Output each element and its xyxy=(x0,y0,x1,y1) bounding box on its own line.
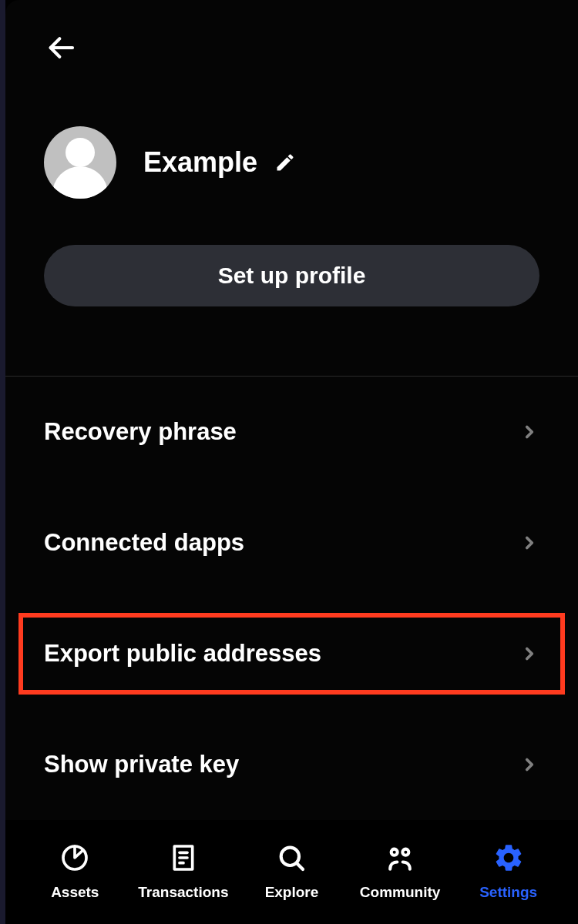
svg-point-8 xyxy=(391,849,398,855)
nav-item-explore[interactable]: Explore xyxy=(237,841,346,901)
setup-profile-button[interactable]: Set up profile xyxy=(44,245,539,306)
avatar[interactable] xyxy=(44,126,116,199)
back-button[interactable] xyxy=(44,31,78,65)
chevron-right-icon xyxy=(519,422,539,442)
avatar-body xyxy=(52,166,108,199)
settings-item-connected-dapps[interactable]: Connected dapps xyxy=(21,487,563,598)
nav-label: Settings xyxy=(479,884,537,901)
settings-item-label: Export public addresses xyxy=(44,640,321,668)
edge-sliver xyxy=(0,0,5,924)
settings-item-show-private-key[interactable]: Show private key xyxy=(21,709,563,820)
settings-item-export-addresses[interactable]: Export public addresses xyxy=(21,615,563,692)
nav-item-community[interactable]: Community xyxy=(346,841,455,901)
nav-item-transactions[interactable]: Transactions xyxy=(129,841,238,901)
profile-section: Example Set up profile xyxy=(5,80,578,337)
profile-row: Example xyxy=(44,126,539,199)
nav-label: Transactions xyxy=(138,884,228,901)
svg-line-7 xyxy=(297,863,303,869)
chevron-right-icon xyxy=(519,644,539,664)
arrow-left-icon xyxy=(45,32,76,63)
chevron-right-icon xyxy=(519,755,539,775)
settings-item-label: Connected dapps xyxy=(44,529,244,557)
profile-name-label: Example xyxy=(143,146,257,179)
nav-label: Assets xyxy=(51,884,99,901)
svg-point-9 xyxy=(402,849,408,855)
settings-item-recovery-phrase[interactable]: Recovery phrase xyxy=(21,377,563,487)
settings-list: Recovery phrase Connected dapps Export p… xyxy=(5,377,578,859)
nav-item-settings[interactable]: Settings xyxy=(454,841,563,901)
chevron-right-icon xyxy=(519,533,539,553)
settings-item-label: Recovery phrase xyxy=(44,418,237,446)
nav-label: Explore xyxy=(265,884,319,901)
gear-icon xyxy=(492,841,526,875)
pencil-icon xyxy=(274,152,296,173)
bottom-nav: Assets Transactions Explore xyxy=(5,820,578,924)
settings-item-label: Show private key xyxy=(44,751,239,778)
nav-label: Community xyxy=(360,884,441,901)
edit-profile-button[interactable] xyxy=(274,152,296,173)
document-icon xyxy=(166,841,200,875)
setup-profile-label: Set up profile xyxy=(218,263,366,289)
avatar-head xyxy=(66,138,95,167)
search-icon xyxy=(274,841,308,875)
profile-name: Example xyxy=(143,146,296,179)
people-icon xyxy=(383,841,417,875)
main-panel: Example Set up profile Recovery phrase C… xyxy=(5,0,578,924)
header xyxy=(5,0,578,80)
pie-chart-icon xyxy=(58,841,92,875)
nav-item-assets[interactable]: Assets xyxy=(21,841,129,901)
